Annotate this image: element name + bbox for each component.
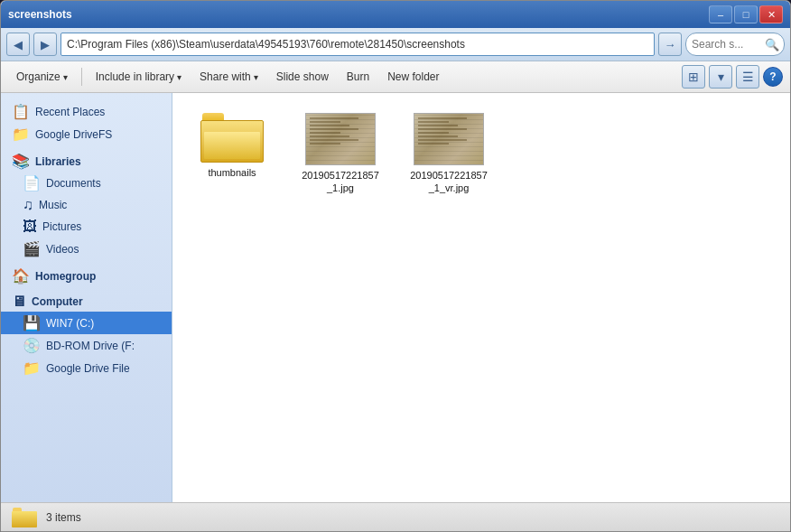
title-controls: – □ ✕ [709, 5, 783, 23]
thumb-line [418, 125, 458, 126]
content-area: 📋 Recent Places 📁 Google DriveFS 📚 Libra… [1, 93, 790, 502]
share-label: Share with [200, 70, 251, 83]
google-drive-file-icon: 📁 [23, 359, 41, 377]
file-name: thumbnails [208, 166, 256, 179]
videos-icon: 🎬 [23, 240, 41, 257]
bdrom-icon: 💿 [23, 337, 41, 354]
sidebar-item-documents[interactable]: 📄 Documents [1, 172, 172, 194]
thumb-line [310, 117, 358, 119]
title-bar: screenshots – □ ✕ [1, 1, 790, 28]
libraries-icon: 📚 [12, 153, 30, 170]
include-chevron: ▾ [177, 72, 181, 82]
sidebar-item-videos[interactable]: 🎬 Videos [1, 238, 172, 260]
list-item[interactable]: thumbnails [187, 107, 277, 201]
new-folder-label: New folder [387, 70, 439, 83]
toolbar-right: ⊞ ▾ ☰ ? [682, 65, 783, 89]
window: screenshots – □ ✕ ◀ ▶ → 🔍 Organize ▾ Inc… [0, 0, 791, 532]
google-drivefs-icon: 📁 [12, 126, 30, 143]
minimize-button[interactable]: – [709, 5, 732, 23]
sidebar-item-pictures[interactable]: 🖼 Pictures [1, 216, 172, 238]
thumb-line [310, 128, 358, 130]
thumb-line [418, 117, 467, 119]
pictures-label: Pictures [42, 220, 81, 233]
libraries-label: Libraries [35, 155, 81, 168]
win7-label: WIN7 (C:) [46, 317, 94, 330]
thumb-line [310, 143, 340, 145]
include-label: Include in library [96, 70, 174, 83]
bdrom-label: BD-ROM Drive (F: [46, 340, 135, 352]
folder-inner [204, 132, 260, 159]
sidebar-item-google-drive-file[interactable]: 📁 Google Drive File [1, 357, 172, 379]
image-thumbnail [305, 113, 376, 165]
sidebar-item-win7[interactable]: 💾 WIN7 (C:) [1, 312, 172, 334]
slideshow-label: Slide show [276, 70, 329, 83]
maximize-button[interactable]: □ [734, 5, 758, 23]
forward-button[interactable]: ▶ [33, 33, 57, 56]
thumb-line [310, 139, 358, 141]
share-chevron: ▾ [254, 72, 258, 82]
homegroup-icon: 🏠 [12, 267, 30, 285]
slideshow-button[interactable]: Slide show [268, 66, 337, 88]
list-item[interactable]: 20190517221857_1_vr.jpg [404, 107, 494, 201]
thumbnail-content [414, 114, 483, 164]
thumb-line [310, 135, 349, 137]
sidebar-section-libraries: 📚 Libraries [1, 145, 172, 172]
sidebar: 📋 Recent Places 📁 Google DriveFS 📚 Libra… [1, 93, 172, 502]
music-icon: ♫ [23, 197, 33, 213]
folder-icon [200, 113, 264, 163]
organize-chevron: ▾ [63, 72, 68, 82]
google-drive-file-label: Google Drive File [46, 362, 130, 375]
burn-button[interactable]: Burn [339, 66, 377, 88]
win7-icon: 💾 [23, 314, 41, 331]
view-dropdown-button[interactable]: ▾ [709, 65, 732, 89]
recent-places-icon: 📋 [12, 103, 30, 120]
new-folder-button[interactable]: New folder [379, 66, 447, 88]
include-in-library-button[interactable]: Include in library ▾ [88, 66, 190, 88]
file-name: 20190517221857_1_vr.jpg [409, 169, 489, 195]
address-input[interactable] [60, 33, 655, 56]
status-folder-icon [12, 508, 37, 527]
image-thumbnail [414, 113, 484, 165]
back-button[interactable]: ◀ [6, 33, 30, 56]
computer-label: Computer [32, 295, 83, 308]
pictures-icon: 🖼 [23, 219, 37, 235]
folder-body [200, 120, 264, 163]
burn-label: Burn [347, 70, 369, 83]
google-drivefs-label: Google DriveFS [35, 128, 112, 141]
thumb-line [418, 143, 449, 145]
sidebar-item-bdrom[interactable]: 💿 BD-ROM Drive (F: [1, 334, 172, 357]
organize-button[interactable]: Organize ▾ [8, 66, 76, 88]
share-with-button[interactable]: Share with ▾ [191, 66, 266, 88]
thumb-line [310, 132, 340, 134]
search-input[interactable] [685, 33, 785, 56]
thumb-line [418, 121, 449, 123]
thumb-line [310, 125, 349, 126]
status-count: 3 items [46, 511, 81, 524]
help-button[interactable]: ? [763, 67, 783, 87]
thumb-line [310, 121, 340, 123]
documents-icon: 📄 [23, 174, 41, 191]
thumb-line [418, 139, 467, 141]
sidebar-item-google-drivefs[interactable]: 📁 Google DriveFS [1, 123, 172, 145]
sidebar-item-recent-places[interactable]: 📋 Recent Places [1, 100, 172, 123]
sidebar-section-computer: 🖥 Computer [1, 286, 172, 312]
videos-label: Videos [46, 243, 79, 256]
file-area: thumbnails 20190517221857_ [172, 93, 790, 502]
toolbar: Organize ▾ Include in library ▾ Share wi… [1, 61, 790, 93]
file-name: 20190517221857_1.jpg [301, 169, 380, 195]
sidebar-item-music[interactable]: ♫ Music [1, 194, 172, 216]
thumb-line [418, 132, 449, 134]
thumbnail-content [306, 114, 375, 164]
view-large-button[interactable]: ⊞ [682, 65, 705, 89]
recent-places-label: Recent Places [35, 106, 105, 118]
thumb-line [418, 135, 458, 137]
close-button[interactable]: ✕ [759, 5, 783, 23]
go-button[interactable]: → [658, 33, 682, 56]
homegroup-label: Homegroup [35, 270, 96, 283]
sidebar-section-homegroup: 🏠 Homegroup [1, 260, 172, 286]
list-item[interactable]: 20190517221857_1.jpg [295, 107, 386, 201]
window-title: screenshots [8, 8, 72, 21]
organize-label: Organize [16, 70, 60, 83]
view-details-button[interactable]: ☰ [736, 65, 759, 89]
toolbar-separator-1 [81, 68, 82, 86]
